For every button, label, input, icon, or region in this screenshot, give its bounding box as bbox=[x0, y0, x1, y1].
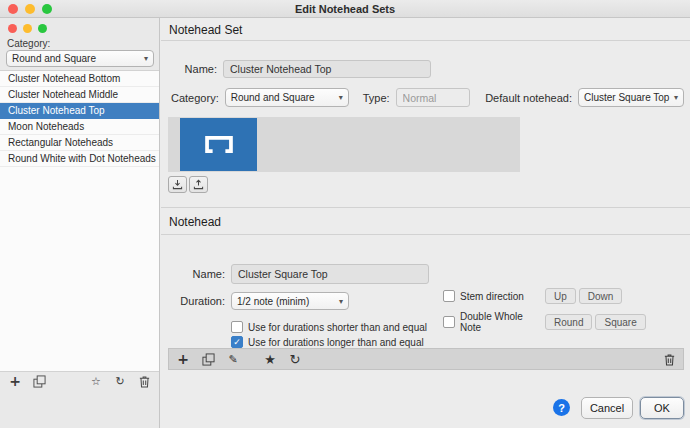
sidebar-category-label: Category: bbox=[7, 38, 50, 49]
set-meta-row: Category: Round and Square ▾ Type: Defau… bbox=[171, 88, 684, 107]
delete-notehead-button[interactable] bbox=[660, 350, 678, 368]
duration-label: Duration: bbox=[165, 295, 225, 307]
import-icon bbox=[172, 179, 183, 190]
preview-actions bbox=[168, 176, 208, 193]
list-item-label: Cluster Notehead Bottom bbox=[8, 73, 120, 84]
stem-up-button[interactable]: Up bbox=[545, 288, 576, 304]
notehead-set-section-title: Notehead Set bbox=[169, 23, 242, 37]
star-set-button[interactable]: ☆ bbox=[87, 372, 105, 390]
window-controls bbox=[8, 4, 52, 14]
use-shorter-durations-checkbox[interactable]: ✓ bbox=[231, 321, 243, 333]
zoom-window-button[interactable] bbox=[42, 4, 52, 14]
edit-notehead-sets-dialog: Edit Notehead Sets Category: Round and S… bbox=[0, 0, 690, 428]
set-name-input[interactable] bbox=[223, 60, 431, 78]
list-item[interactable]: Cluster Notehead Middle bbox=[0, 87, 159, 103]
double-whole-round-button[interactable]: Round bbox=[545, 314, 592, 330]
list-item[interactable]: Cluster Notehead Bottom bbox=[0, 71, 159, 87]
duration-select[interactable]: 1/2 note (minim) ▾ bbox=[231, 292, 349, 310]
panel-close-button[interactable] bbox=[8, 24, 17, 33]
double-whole-note-row: ✓ Double Whole Note Round Square bbox=[443, 311, 646, 333]
sidebar-category-select[interactable]: Round and Square ▾ bbox=[6, 50, 154, 67]
cancel-button[interactable]: Cancel bbox=[581, 397, 633, 419]
notehead-preview-strip bbox=[168, 117, 520, 172]
panel-zoom-button[interactable] bbox=[38, 24, 47, 33]
trash-icon bbox=[138, 375, 151, 388]
star-notehead-button[interactable]: ★ bbox=[261, 350, 279, 368]
notehead-sets-sidebar: Category: Round and Square ▾ Cluster Not… bbox=[0, 18, 160, 428]
stem-down-button[interactable]: Down bbox=[579, 288, 623, 304]
notehead-name-input[interactable] bbox=[231, 264, 429, 284]
reset-notehead-button[interactable]: ↻ bbox=[286, 350, 304, 368]
import-notehead-button[interactable] bbox=[168, 176, 187, 193]
delete-set-button[interactable] bbox=[135, 372, 153, 390]
set-type-label: Type: bbox=[363, 92, 390, 104]
close-window-button[interactable] bbox=[8, 4, 18, 14]
chevron-down-icon: ▾ bbox=[144, 54, 148, 63]
set-category-select[interactable]: Round and Square ▾ bbox=[225, 88, 349, 107]
duplicate-notehead-button[interactable] bbox=[199, 350, 217, 368]
help-button[interactable]: ? bbox=[553, 399, 570, 416]
main-panel: Notehead Set Name: Category: Round and S… bbox=[161, 18, 690, 428]
minimize-window-button[interactable] bbox=[25, 4, 35, 14]
chevron-down-icon: ▾ bbox=[339, 297, 343, 306]
titlebar: Edit Notehead Sets bbox=[0, 0, 690, 18]
stem-direction-label: Stem direction bbox=[460, 291, 542, 302]
sidebar-category-value: Round and Square bbox=[12, 53, 96, 64]
set-category-label: Category: bbox=[171, 92, 219, 104]
notehead-name-row: Name: bbox=[165, 264, 429, 284]
notehead-section-title: Notehead bbox=[169, 215, 221, 229]
set-category-value: Round and Square bbox=[231, 92, 315, 103]
window-title: Edit Notehead Sets bbox=[295, 3, 395, 15]
set-name-label: Name: bbox=[165, 63, 217, 75]
longer-durations-label: Use for durations longer than and equal bbox=[248, 337, 424, 348]
list-item[interactable]: Rectangular Noteheads bbox=[0, 135, 159, 151]
list-item-label: Moon Noteheads bbox=[8, 121, 84, 132]
duplicate-icon bbox=[33, 375, 46, 388]
trash-icon bbox=[663, 353, 676, 366]
panel-minimize-button[interactable] bbox=[23, 24, 32, 33]
stem-direction-checkbox[interactable]: ✓ bbox=[443, 290, 455, 302]
divider bbox=[161, 40, 690, 41]
duration-row: Duration: 1/2 note (minim) ▾ bbox=[165, 292, 349, 310]
shorter-durations-label: Use for durations shorter than and equal bbox=[248, 322, 427, 333]
shorter-durations-row: ✓ Use for durations shorter than and equ… bbox=[231, 321, 427, 333]
notehead-set-list: Cluster Notehead Bottom Cluster Notehead… bbox=[0, 70, 159, 372]
add-notehead-button[interactable]: + bbox=[174, 350, 192, 368]
divider bbox=[161, 234, 690, 235]
divider bbox=[161, 207, 690, 208]
list-item-label: Cluster Notehead Top bbox=[8, 105, 105, 116]
export-icon bbox=[193, 179, 204, 190]
list-item-label: Rectangular Noteheads bbox=[8, 137, 113, 148]
notehead-preview-tile[interactable] bbox=[180, 118, 257, 171]
add-set-button[interactable]: + bbox=[6, 372, 24, 390]
chevron-down-icon: ▾ bbox=[674, 93, 678, 102]
longer-durations-row: ✓ Use for durations longer than and equa… bbox=[231, 336, 424, 348]
list-item[interactable]: Round White with Dot Noteheads bbox=[0, 151, 159, 167]
edit-notehead-button[interactable]: ✎ bbox=[224, 350, 242, 368]
check-icon: ✓ bbox=[233, 338, 241, 347]
sidebar-toolbar: + ☆ ↻ bbox=[6, 372, 153, 390]
ok-button[interactable]: OK bbox=[640, 397, 684, 419]
default-notehead-label: Default notehead: bbox=[485, 92, 572, 104]
list-item-label: Round White with Dot Noteheads bbox=[8, 153, 156, 164]
duration-value: 1/2 note (minim) bbox=[237, 296, 309, 307]
double-whole-square-button[interactable]: Square bbox=[595, 314, 645, 330]
use-longer-durations-checkbox[interactable]: ✓ bbox=[231, 336, 243, 348]
export-notehead-button[interactable] bbox=[189, 176, 208, 193]
set-type-input bbox=[396, 88, 470, 107]
double-whole-note-checkbox[interactable]: ✓ bbox=[443, 316, 455, 328]
panel-window-controls bbox=[8, 24, 47, 33]
cluster-square-top-glyph bbox=[205, 136, 233, 153]
chevron-down-icon: ▾ bbox=[339, 93, 343, 102]
notehead-toolbar: + ✎ ★ ↻ bbox=[168, 348, 684, 370]
notehead-name-label: Name: bbox=[165, 268, 225, 280]
double-whole-note-label: Double Whole Note bbox=[460, 311, 542, 333]
list-item[interactable]: Cluster Notehead Top bbox=[0, 103, 159, 119]
list-item[interactable]: Moon Noteheads bbox=[0, 119, 159, 135]
reset-set-button[interactable]: ↻ bbox=[111, 372, 129, 390]
duplicate-icon bbox=[202, 353, 215, 366]
list-item-label: Cluster Notehead Middle bbox=[8, 89, 118, 100]
default-notehead-select[interactable]: Cluster Square Top ▾ bbox=[578, 88, 684, 107]
duplicate-set-button[interactable] bbox=[30, 372, 48, 390]
stem-direction-row: ✓ Stem direction Up Down bbox=[443, 288, 622, 304]
